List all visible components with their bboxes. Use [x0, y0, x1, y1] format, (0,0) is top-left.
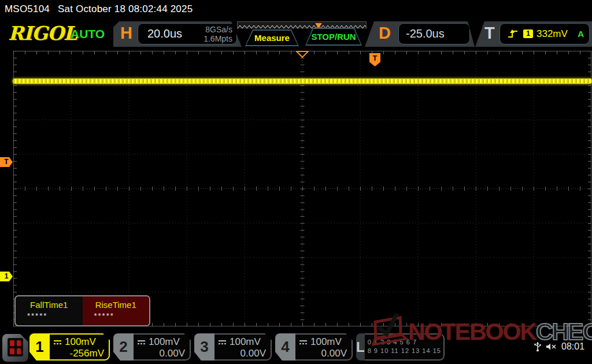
trigger-label: T [484, 24, 495, 43]
channel3-scale: 100mV [230, 336, 261, 348]
trigger-level-value: 332mV [536, 28, 568, 40]
delay-value-box[interactable]: -25.0us [398, 23, 470, 44]
measurement-falltime[interactable]: FallTime1 ***** [16, 296, 83, 325]
grid-menu-icon [8, 338, 23, 356]
sample-rate: 8GSa/s [204, 25, 232, 34]
channel1-position-marker[interactable]: 1 [0, 272, 13, 281]
datetime-label: Sat October 18 08:02:44 2025 [58, 3, 193, 14]
logic-label: L [356, 333, 365, 361]
position-indicator-icon[interactable] [315, 23, 322, 28]
clock-time: 08:01 [561, 341, 584, 352]
sound-muted-icon[interactable] [546, 343, 557, 351]
measurement-name: FallTime1 [16, 300, 83, 310]
channel1-settings: 100mV -256mV [50, 333, 110, 361]
dc-coupling-icon [137, 340, 146, 345]
logic-analyzer-panel[interactable]: L 0 1 2 3 4 5 6 7 8 9 10 11 12 13 14 15 [356, 333, 431, 361]
trigger-mode-value: A [578, 29, 584, 39]
horizontal-settings-box[interactable]: 20.0us 8GSa/s 1.6Mpts [138, 23, 237, 44]
delay-label: D [379, 24, 391, 43]
graticule [13, 51, 591, 326]
channel4-settings: 100mV 0.00V [295, 333, 353, 361]
channel2-scale: 100mV [149, 336, 180, 348]
acquisition-rates: 8GSa/s 1.6Mpts [204, 25, 232, 43]
channel4-panel[interactable]: 4 100mV 0.00V [275, 333, 353, 361]
measurement-name: RiseTime1 [83, 300, 150, 310]
channel1-trace [13, 79, 591, 83]
measure-button-label: Measure [254, 33, 290, 43]
channel3-offset: 0.00V [218, 348, 266, 359]
channel1-panel[interactable]: 1 100mV -256mV [29, 333, 110, 361]
model-label: MSO5104 [5, 3, 50, 14]
stop-run-button-label: STOP/RUN [311, 32, 356, 42]
channel2-offset: 0.00V [137, 348, 185, 359]
rising-edge-trigger-icon [507, 29, 519, 39]
timebase-value: 20.0us [147, 27, 182, 40]
trigger-source-badge: 1 [523, 29, 533, 38]
channel4-offset: 0.00V [299, 348, 347, 359]
channel3-settings: 100mV 0.00V [214, 333, 272, 361]
dc-coupling-icon [299, 340, 308, 345]
channel2-settings: 100mV 0.00V [134, 333, 191, 361]
channel4-number: 4 [275, 333, 295, 361]
dc-coupling-icon [53, 340, 62, 345]
horizontal-label: H [120, 24, 132, 43]
system-tray: 08:01 [534, 340, 590, 354]
measurement-value: ***** [16, 311, 83, 320]
trigger-level-marker[interactable]: T [0, 157, 13, 167]
horizontal-reference-marker[interactable] [296, 51, 309, 58]
dc-coupling-icon [218, 340, 227, 345]
measure-button[interactable]: Measure [245, 29, 299, 46]
stop-run-button[interactable]: STOP/RUN [305, 28, 362, 46]
measurement-risetime[interactable]: RiseTime1 ***** [83, 296, 150, 325]
grid [13, 51, 591, 326]
memory-depth: 1.6Mpts [204, 34, 232, 43]
channel3-panel[interactable]: 3 100mV 0.00V [194, 333, 272, 361]
channel2-number: 2 [113, 333, 134, 361]
channel1-number: 1 [29, 333, 50, 361]
rigol-logo: RIGOL [8, 22, 76, 44]
delay-panel[interactable]: D -25.0us [365, 21, 475, 47]
measurement-results-box[interactable]: FallTime1 ***** RiseTime1 ***** [14, 295, 150, 326]
logic-row1: 0 1 2 3 4 5 6 7 [368, 338, 441, 347]
acquisition-mode-label: AUTO [71, 27, 105, 41]
channel1-scale: 100mV [65, 336, 96, 348]
usb-icon[interactable] [534, 341, 541, 352]
logic-channels: 0 1 2 3 4 5 6 7 8 9 10 11 12 13 14 15 [365, 333, 445, 361]
trigger-settings-box[interactable]: 1 332mV A [500, 23, 590, 44]
logic-row2: 8 9 10 11 12 13 14 15 [368, 347, 441, 355]
measurement-value: ***** [83, 311, 150, 320]
channel1-offset: -256mV [53, 348, 104, 359]
channel3-number: 3 [194, 333, 214, 361]
trigger-panel[interactable]: T 1 332mV A [475, 21, 592, 47]
channel4-scale: 100mV [310, 336, 342, 348]
main-menu-button[interactable] [2, 334, 28, 362]
status-bar: MSO5104Sat October 18 08:02:44 2025 [5, 3, 201, 15]
delay-value: -25.0us [406, 27, 445, 40]
horizontal-panel[interactable]: H 20.0us 8GSa/s 1.6Mpts [113, 21, 242, 47]
channel2-panel[interactable]: 2 100mV 0.00V [113, 333, 191, 361]
